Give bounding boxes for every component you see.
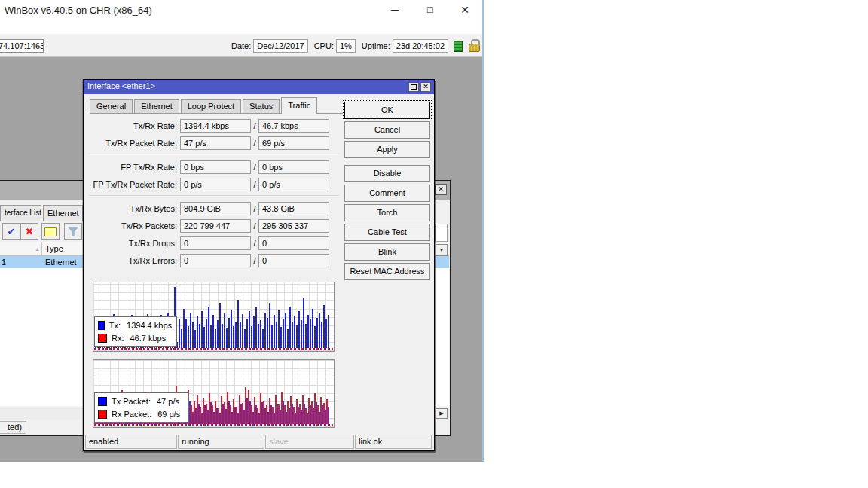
- tab-traffic[interactable]: Traffic: [281, 97, 317, 114]
- date-value: Dec/12/2017: [253, 39, 307, 53]
- close-icon[interactable]: ✕: [420, 82, 431, 92]
- maximize-icon[interactable]: □: [422, 2, 439, 17]
- torch-button[interactable]: Torch: [344, 204, 430, 221]
- tab-status[interactable]: Status: [243, 99, 280, 114]
- sort-asc-icon: ▲: [35, 246, 40, 252]
- legend-row: Rx Packet:69 p/s: [98, 407, 184, 420]
- chart-bar: [294, 316, 295, 348]
- ok-button[interactable]: OK: [344, 102, 430, 119]
- tab-ethernet[interactable]: Ethernet: [43, 205, 83, 221]
- chart-bar: [252, 412, 254, 424]
- chart-bar: [328, 315, 329, 348]
- reset-mac-address-button[interactable]: Reset MAC Address: [344, 263, 430, 280]
- chart-bar: [274, 315, 275, 348]
- comment-button[interactable]: [41, 223, 60, 240]
- legend-value: 46.7 kbps: [130, 334, 167, 343]
- tx-rx-packet-chart: Tx Packet:47 p/sRx Packet:69 p/s: [93, 359, 335, 428]
- status-running: running: [178, 435, 264, 449]
- chart-bar: [249, 401, 251, 424]
- chart-bar: [253, 316, 255, 348]
- chart-bar: [276, 322, 277, 348]
- filter-icon: [68, 227, 79, 236]
- chart-bar: [305, 324, 307, 348]
- tx-value-box: 220 799 447: [180, 219, 251, 233]
- tab-loop-protect[interactable]: Loop Protect: [181, 99, 241, 114]
- legend-swatch: [98, 334, 107, 343]
- chart-bar: [212, 315, 214, 348]
- rx-value-box: 0: [258, 236, 329, 250]
- disable-button[interactable]: ✖: [20, 223, 38, 240]
- chart-bar: [292, 322, 293, 348]
- chart-bar: [277, 404, 278, 424]
- chart-bar: [183, 309, 185, 348]
- chart-bar: [307, 315, 309, 348]
- field-label: Tx/Rx Rate:: [90, 121, 177, 130]
- tx-value-box: 0: [180, 254, 251, 267]
- tab-general[interactable]: General: [90, 99, 133, 114]
- tab-ethernet[interactable]: Ethernet: [134, 99, 179, 114]
- disable-button[interactable]: Disable: [344, 165, 430, 182]
- traffic-indicator-icon: [454, 41, 463, 52]
- chart-bar: [228, 318, 230, 348]
- comment-button[interactable]: Comment: [344, 185, 430, 202]
- chart-bar: [226, 328, 228, 348]
- legend-swatch: [98, 321, 105, 330]
- chart-bar: [181, 329, 182, 348]
- chart-bar: [310, 405, 311, 424]
- chart-bar: [322, 405, 323, 424]
- chart-bar: [260, 320, 261, 348]
- type-column-header[interactable]: Type: [45, 244, 63, 253]
- slash-separator: /: [251, 221, 258, 230]
- tx-value-box: 0 bps: [180, 160, 251, 174]
- chart-bar: [310, 319, 311, 348]
- field-label: Tx/Rx Packets:: [90, 221, 177, 230]
- cancel-button[interactable]: Cancel: [344, 121, 430, 139]
- chart-bar: [264, 313, 266, 348]
- chart-bar: [225, 409, 227, 424]
- main-toolbar: 74.107:1463 Date: Dec/12/2017 CPU: 1% Up…: [0, 34, 482, 57]
- field-label: FP Tx/Rx Packet Rate:: [90, 180, 177, 189]
- chart-bar: [304, 404, 305, 424]
- chart-bar: [234, 407, 236, 424]
- restore-icon[interactable]: [408, 82, 419, 92]
- chart-bar: [280, 327, 282, 348]
- cpu-value: 1%: [336, 39, 356, 53]
- session-address: 74.107:1463: [0, 39, 44, 53]
- close-icon[interactable]: ✕: [457, 2, 473, 17]
- chart-bar: [270, 405, 272, 424]
- tab-interface-list[interactable]: terface List: [0, 205, 41, 221]
- apply-button[interactable]: Apply: [344, 141, 430, 158]
- chart-bar: [280, 410, 281, 424]
- blink-button[interactable]: Blink: [344, 243, 430, 261]
- status-enabled: enabled: [85, 435, 177, 449]
- close-icon[interactable]: ✕: [435, 184, 447, 195]
- main-titlebar: WinBox v6.40.5 on CHR (x86_64) ─ □ ✕: [0, 0, 482, 34]
- search-input[interactable]: [435, 224, 448, 242]
- minimize-icon[interactable]: ─: [387, 2, 403, 17]
- chart-bar: [246, 398, 248, 424]
- chart-bar: [237, 300, 239, 348]
- rx-value-box: 0: [258, 254, 329, 267]
- chart-bar: [258, 324, 259, 348]
- comment-icon: [44, 227, 57, 236]
- chart-bar: [307, 413, 308, 424]
- chart-bar: [242, 314, 243, 348]
- filter-button[interactable]: [64, 223, 82, 240]
- field-row: Tx/Rx Drops:0/0: [90, 236, 338, 250]
- slash-separator: /: [251, 139, 258, 148]
- rx-value-box: 46.7 kbps: [258, 119, 329, 133]
- cable-test-button[interactable]: Cable Test: [344, 224, 430, 241]
- dialog-buttons: OKCancelApplyDisableCommentTorchCable Te…: [344, 102, 430, 282]
- chart-bar: [269, 303, 270, 348]
- interface-list-tabs: terface List Ethernet: [0, 201, 84, 221]
- scroll-right-icon[interactable]: ▶: [436, 408, 448, 419]
- enable-button[interactable]: ✔: [2, 223, 20, 240]
- item-count-text: ted): [0, 421, 26, 434]
- chart-bar: [233, 326, 234, 348]
- chart-bar: [243, 410, 245, 424]
- tx-value-box: 0: [180, 236, 251, 250]
- field-label: Tx/Rx Packet Rate:: [90, 139, 177, 148]
- chevron-down-icon[interactable]: ▼: [436, 244, 448, 256]
- status-slave: slave: [265, 435, 354, 449]
- field-label: Tx/Rx Drops:: [90, 239, 177, 248]
